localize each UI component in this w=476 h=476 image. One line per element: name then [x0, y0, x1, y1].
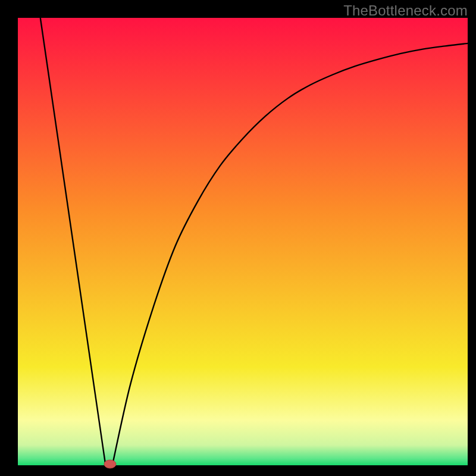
chart-frame: TheBottleneck.com: [0, 0, 476, 476]
gradient-background: [18, 18, 468, 465]
watermark-text: TheBottleneck.com: [343, 2, 468, 19]
marker-dot: [104, 460, 116, 468]
bottleneck-chart: [0, 0, 476, 476]
